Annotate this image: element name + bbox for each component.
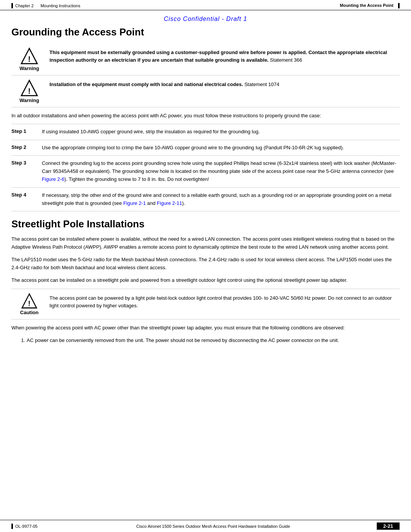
caution-text: The access point can be powered by a lig…: [49, 293, 400, 309]
step-2-text: Use the appropriate crimping tool to cri…: [42, 144, 400, 152]
caution-label: Caution: [20, 310, 38, 315]
svg-text:!: !: [28, 54, 31, 63]
confidential-title: Cisco Confidential - Draft 1: [0, 16, 411, 22]
warning-text-1: This equipment must be externally ground…: [49, 47, 400, 64]
figure-2-11-link[interactable]: Figure 2-11: [157, 200, 182, 206]
header-right-text: Mounting the Access Point: [340, 3, 393, 8]
warning-triangle-icon-1: !: [20, 47, 38, 66]
svg-text:!: !: [28, 86, 31, 95]
warning-block-2: ! Warning Installation of the equipment …: [11, 75, 400, 107]
figure-2-6-link[interactable]: Figure 2-6: [42, 176, 64, 182]
figure-2-1-link[interactable]: Figure 2-1: [123, 200, 146, 206]
header-bar: [11, 3, 13, 8]
content-area: Grounding the Access Point ! Warning Thi…: [0, 26, 411, 371]
list-item-1-text: AC power can be conveniently removed fro…: [27, 337, 339, 343]
warning-label-2: Warning: [19, 97, 39, 103]
streetlight-para-3: The access point can be installed on a s…: [11, 276, 400, 284]
step-1-text: If using insulated 10-AWG copper ground …: [42, 128, 400, 136]
step-3-block: Step 3 Connect the grounding lug to the …: [11, 160, 400, 187]
warning-icon-col-1: ! Warning: [11, 47, 49, 71]
streetlight-section: Streetlight Pole Installations The acces…: [11, 218, 400, 345]
chapter-label: Chapter 2: [15, 3, 33, 8]
warning-icon-col-2: ! Warning: [11, 79, 49, 103]
header-left: Chapter 2 Mounting Instructions: [11, 3, 80, 8]
step-1-label: Step 1: [11, 128, 42, 136]
warning-label-1: Warning: [19, 66, 39, 71]
footer-center: Cisco Aironet 1500 Series Outdoor Mesh A…: [49, 524, 377, 529]
grounding-intro: In all outdoor installations and when po…: [11, 112, 400, 124]
footer-doc-number: OL-9977-05: [15, 524, 38, 529]
footer-page-number: 2-21: [377, 522, 400, 530]
step-4-label: Step 4: [11, 192, 42, 208]
page-header: Chapter 2 Mounting Instructions Mounting…: [0, 0, 411, 10]
grounding-heading: Grounding the Access Point: [11, 26, 400, 38]
chapter-title: Mounting Instructions: [40, 3, 80, 8]
warning-bold-text-1: This equipment must be externally ground…: [49, 50, 387, 63]
warning-text-2: Installation of the equipment must compl…: [49, 79, 400, 88]
streetlight-para-2: The LAP1510 model uses the 5-GHz radio f…: [11, 256, 400, 272]
step-1-block: Step 1 If using insulated 10-AWG copper …: [11, 128, 400, 140]
caution-block: ! Caution The access point can be powere…: [11, 289, 400, 320]
caution-triangle-icon: !: [21, 293, 38, 310]
list-item-1: AC power can be conveniently removed fro…: [27, 337, 400, 345]
warning-normal-text-1: Statement 366: [269, 57, 302, 63]
page: Chapter 2 Mounting Instructions Mounting…: [0, 0, 411, 532]
footer-center-text: Cisco Aironet 1500 Series Outdoor Mesh A…: [136, 524, 290, 529]
step-4-text: If necessary, strip the other end of the…: [42, 192, 400, 208]
grounding-section: Grounding the Access Point ! Warning Thi…: [11, 26, 400, 211]
streetlight-para-4: When powering the access point with AC p…: [11, 324, 400, 332]
warning-block-1: ! Warning This equipment must be externa…: [11, 43, 400, 75]
step-3-label: Step 3: [11, 160, 42, 183]
step-2-block: Step 2 Use the appropriate crimping tool…: [11, 144, 400, 156]
warning-bold-text-2: Installation of the equipment must compl…: [49, 81, 243, 87]
footer-left: OL-9977-05: [11, 524, 49, 529]
svg-text:!: !: [28, 300, 30, 308]
header-right: Mounting the Access Point: [340, 3, 400, 8]
page-footer: OL-9977-05 Cisco Aironet 1500 Series Out…: [0, 520, 411, 532]
step-2-label: Step 2: [11, 144, 42, 152]
numbered-list: AC power can be conveniently removed fro…: [27, 337, 400, 345]
caution-icon-col: ! Caution: [11, 293, 49, 315]
warning-normal-text-2: Statement 1074: [243, 81, 279, 87]
footer-bar: [11, 524, 13, 529]
warning-triangle-icon-2: !: [20, 79, 38, 97]
streetlight-heading: Streetlight Pole Installations: [11, 218, 400, 230]
step-3-text: Connect the grounding lug to the access …: [42, 160, 400, 183]
step-4-block: Step 4 If necessary, strip the other end…: [11, 192, 400, 212]
header-bar-right: [398, 3, 400, 8]
streetlight-para-1: The access point can be installed where …: [11, 235, 400, 251]
